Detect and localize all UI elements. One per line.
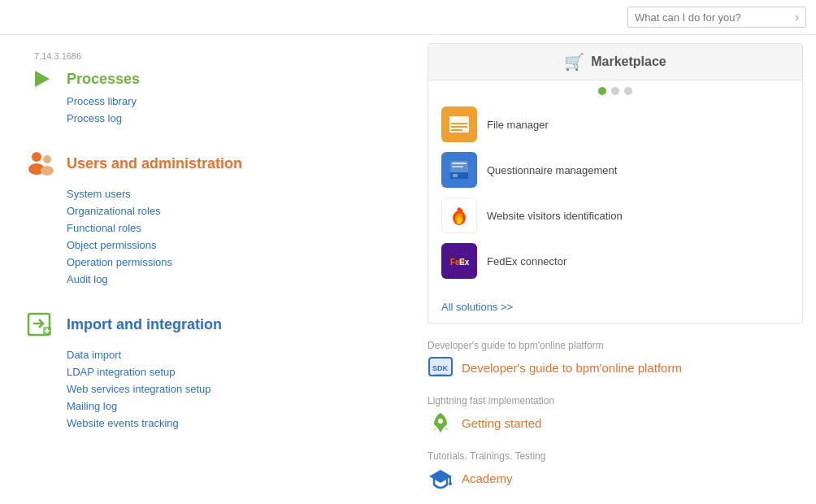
svg-rect-16 xyxy=(452,163,467,164)
svg-rect-10 xyxy=(449,116,458,120)
svg-point-21 xyxy=(457,216,462,224)
import-integration-links: Data import LDAP integration setup Web s… xyxy=(24,349,398,429)
dot-3[interactable] xyxy=(624,87,632,95)
svg-point-3 xyxy=(41,166,54,176)
fedex-icon: Fed Ex xyxy=(441,243,477,279)
kickfire-icon xyxy=(441,198,477,233)
left-panel: 7.14.3.1686 Processes Process library Pr… xyxy=(0,35,415,502)
all-solutions: All solutions >> xyxy=(428,297,802,323)
processes-icon xyxy=(24,63,57,95)
right-panel: 🛒 Marketplace xyxy=(415,35,816,502)
search-input[interactable] xyxy=(635,11,792,24)
questionnaire-icon xyxy=(441,152,477,188)
resource-developer-guide: Developer's guide to bpm'online platform… xyxy=(428,340,803,380)
data-import-link[interactable]: Data import xyxy=(67,349,398,361)
processes-links: Process library Process log xyxy=(24,95,398,124)
object-permissions-link[interactable]: Object permissions xyxy=(67,239,398,251)
academy-subtitle: Tutorials. Trainings. Testing xyxy=(428,450,803,462)
mailing-log-link[interactable]: Mailing log xyxy=(67,400,398,412)
developer-guide-subtitle: Developer's guide to bpm'online platform xyxy=(428,340,803,351)
play-icon xyxy=(35,71,50,87)
operation-permissions-link[interactable]: Operation permissions xyxy=(67,256,398,268)
academy-link-row: Academy xyxy=(428,465,803,491)
getting-started-link[interactable]: Getting started xyxy=(462,416,541,430)
marketplace-item-questionnaire[interactable]: Questionnaire management xyxy=(441,152,789,188)
import-integration-section: Import and integration Data import LDAP … xyxy=(24,308,398,429)
marketplace-item-fedex[interactable]: Fed Ex FedEx connector xyxy=(441,243,789,279)
users-admin-icon xyxy=(25,148,56,179)
marketplace-box: 🛒 Marketplace xyxy=(428,43,803,324)
developer-guide-link[interactable]: Developer's guide to bpm'online platform xyxy=(462,361,682,375)
cart-icon: 🛒 xyxy=(564,52,584,72)
main-layout: 7.14.3.1686 Processes Process library Pr… xyxy=(0,35,816,502)
fedex-label: FedEx connector xyxy=(487,255,566,267)
users-admin-section: Users and administration System users Or… xyxy=(24,147,398,285)
top-bar: › xyxy=(0,0,816,35)
getting-started-link-row: Getting started xyxy=(428,410,803,436)
import-integration-title: Import and integration xyxy=(67,316,222,333)
sdk-icon: SDK xyxy=(428,354,454,380)
marketplace-items: File manager Questionnaire management xyxy=(428,102,802,297)
resource-academy: Tutorials. Trainings. Testing Academy xyxy=(428,450,803,491)
dot-1[interactable] xyxy=(598,87,606,95)
import-integration-icon xyxy=(25,309,56,340)
svg-rect-18 xyxy=(453,174,458,177)
search-box[interactable]: › xyxy=(627,7,806,28)
file-manager-label: File manager xyxy=(487,119,549,131)
functional-roles-link[interactable]: Functional roles xyxy=(67,222,398,234)
marketplace-title: Marketplace xyxy=(591,54,666,69)
svg-rect-13 xyxy=(451,129,462,131)
processes-header-row: Processes xyxy=(24,63,398,95)
getting-started-subtitle: Lightning fast implementation xyxy=(428,395,803,406)
process-library-link[interactable]: Process library xyxy=(67,95,398,107)
svg-text:SDK: SDK xyxy=(432,364,449,372)
svg-point-2 xyxy=(43,155,51,163)
svg-text:Ex: Ex xyxy=(459,258,470,267)
dot-2[interactable] xyxy=(611,87,619,95)
svg-point-32 xyxy=(449,482,452,485)
process-log-link[interactable]: Process log xyxy=(67,112,398,124)
svg-marker-30 xyxy=(429,470,452,483)
questionnaire-label: Questionnaire management xyxy=(487,164,617,176)
version-label: 7.14.3.1686 xyxy=(34,51,398,61)
marketplace-item-kickfire[interactable]: Website visitors identification xyxy=(441,198,789,233)
file-manager-icon xyxy=(441,106,477,142)
academy-icon xyxy=(428,465,454,491)
svg-rect-17 xyxy=(452,166,463,167)
users-admin-title: Users and administration xyxy=(67,155,242,172)
marketplace-item-file-manager[interactable]: File manager xyxy=(441,106,789,142)
processes-section: 7.14.3.1686 Processes Process library Pr… xyxy=(24,51,398,124)
svg-point-0 xyxy=(32,152,41,162)
users-admin-links: System users Organizational roles Functi… xyxy=(24,188,398,285)
svg-point-29 xyxy=(438,419,443,424)
resource-getting-started: Lightning fast implementation Getting st… xyxy=(428,395,803,436)
audit-log-link[interactable]: Audit log xyxy=(67,273,398,285)
marketplace-dots xyxy=(428,80,802,102)
rocket-icon xyxy=(428,410,454,436)
all-solutions-link[interactable]: All solutions >> xyxy=(441,301,513,313)
svg-rect-11 xyxy=(451,123,467,124)
developer-guide-link-row: SDK Developer's guide to bpm'online plat… xyxy=(428,354,803,380)
website-events-link[interactable]: Website events tracking xyxy=(67,417,398,429)
organizational-roles-link[interactable]: Organizational roles xyxy=(67,205,398,217)
ldap-integration-link[interactable]: LDAP integration setup xyxy=(67,366,398,378)
processes-title: Processes xyxy=(67,71,140,88)
users-admin-icon-wrap xyxy=(24,147,57,180)
svg-rect-28 xyxy=(434,374,447,376)
kickfire-label: Website visitors identification xyxy=(487,210,623,222)
academy-link[interactable]: Academy xyxy=(462,471,513,485)
import-integration-header: Import and integration xyxy=(24,308,398,341)
web-services-link[interactable]: Web services integration setup xyxy=(67,383,398,395)
svg-rect-12 xyxy=(451,126,467,128)
import-integration-icon-wrap xyxy=(24,308,57,341)
search-arrow-icon: › xyxy=(795,11,799,24)
system-users-link[interactable]: System users xyxy=(67,188,398,200)
marketplace-header: 🛒 Marketplace xyxy=(428,44,802,80)
users-admin-header: Users and administration xyxy=(24,147,398,180)
